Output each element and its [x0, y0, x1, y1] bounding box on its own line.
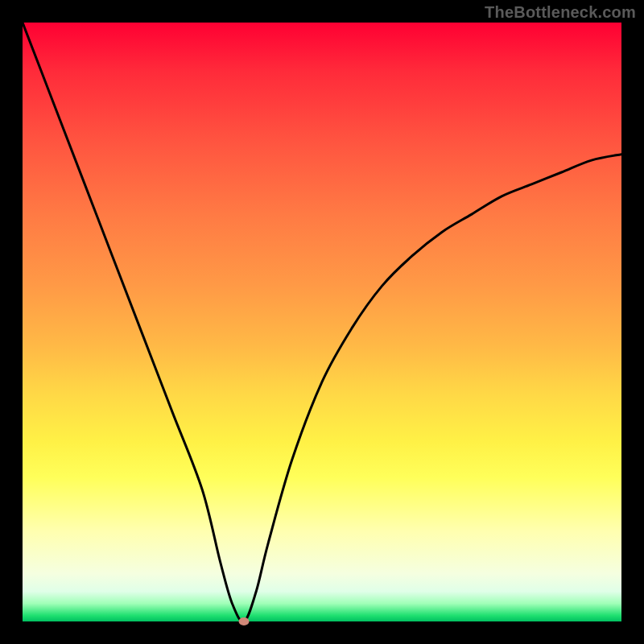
chart-container: TheBottleneck.com [0, 0, 644, 644]
curve-svg [23, 23, 621, 621]
plot-area [23, 23, 621, 621]
bottleneck-curve [23, 23, 621, 621]
minimum-marker [239, 617, 250, 625]
watermark-text: TheBottleneck.com [485, 3, 636, 22]
